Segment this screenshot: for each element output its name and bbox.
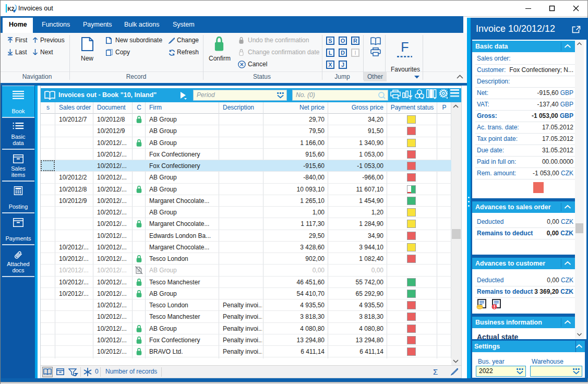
svg-text:K2: K2 — [8, 6, 15, 12]
